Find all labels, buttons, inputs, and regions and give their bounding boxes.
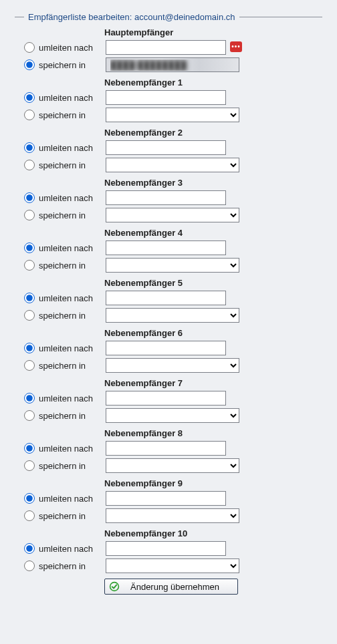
secondary-store-label: speichern in	[39, 561, 106, 571]
secondary-recipient-title: Nebenempfänger 4	[15, 228, 322, 238]
secondary-redirect-radio[interactable]	[24, 293, 35, 303]
secondary-redirect-input[interactable]	[106, 341, 226, 355]
secondary-redirect-label: umleiten nach	[39, 544, 106, 554]
secondary-recipient-title: Nebenempfänger 10	[15, 528, 322, 538]
legend-dash-right	[239, 17, 323, 17]
secondary-store-select[interactable]	[106, 408, 239, 423]
secondary-store-radio[interactable]	[24, 460, 35, 471]
main-recipient-group: Hauptempfänger umleiten nach ••• speiche…	[15, 27, 322, 72]
main-redirect-radio[interactable]	[24, 42, 35, 53]
secondary-redirect-label: umleiten nach	[39, 293, 106, 303]
secondary-store-select[interactable]	[106, 558, 239, 573]
legend-text: Empfängerliste bearbeiten: account@deine…	[28, 12, 235, 22]
secondary-store-select[interactable]	[106, 308, 239, 323]
submit-button-label: Änderung übernehmen	[130, 582, 219, 592]
secondary-store-label: speichern in	[39, 110, 106, 120]
secondary-recipient-title: Nebenempfänger 3	[15, 178, 322, 188]
secondary-recipient-title: Nebenempfänger 6	[15, 328, 322, 338]
secondary-store-radio[interactable]	[24, 310, 35, 321]
secondary-store-select[interactable]	[106, 458, 239, 473]
secondary-redirect-radio[interactable]	[24, 343, 35, 353]
secondary-redirect-row: umleiten nach	[15, 441, 322, 456]
secondary-recipient-title: Nebenempfänger 9	[15, 478, 322, 488]
secondary-recipient-group: Nebenempfänger 6umleiten nachspeichern i…	[15, 328, 322, 373]
secondary-store-label: speichern in	[39, 361, 106, 371]
secondary-redirect-input[interactable]	[106, 491, 226, 506]
secondary-store-radio[interactable]	[24, 260, 35, 271]
secondary-store-radio[interactable]	[24, 210, 35, 220]
secondary-redirect-input[interactable]	[106, 541, 226, 556]
secondary-redirect-row: umleiten nach	[15, 491, 322, 506]
secondary-store-label: speichern in	[39, 411, 106, 421]
secondary-store-radio[interactable]	[24, 160, 35, 170]
secondary-redirect-input[interactable]	[106, 291, 226, 305]
secondary-redirect-row: umleiten nach	[15, 140, 322, 155]
secondary-redirect-row: umleiten nach	[15, 90, 322, 105]
secondary-store-label: speichern in	[39, 461, 106, 471]
secondary-redirect-row: umleiten nach	[15, 240, 322, 255]
secondary-redirect-input[interactable]	[106, 190, 226, 205]
main-store-row: speichern in ████/████████	[15, 57, 322, 72]
secondary-redirect-label: umleiten nach	[39, 393, 106, 404]
secondary-recipient-group: Nebenempfänger 10umleiten nachspeichern …	[15, 528, 322, 573]
secondary-redirect-radio[interactable]	[24, 142, 35, 153]
secondary-recipient-title: Nebenempfänger 5	[15, 278, 322, 288]
submit-button[interactable]: Änderung übernehmen	[104, 579, 238, 595]
fieldset-legend: Empfängerliste bearbeiten: account@deine…	[15, 12, 322, 22]
secondary-redirect-input[interactable]	[106, 240, 226, 255]
secondary-recipient-group: Nebenempfänger 9umleiten nachspeichern i…	[15, 478, 322, 523]
check-circle-icon	[109, 581, 120, 592]
secondary-redirect-radio[interactable]	[24, 443, 35, 454]
secondary-redirect-label: umleiten nach	[39, 93, 106, 103]
secondary-recipient-group: Nebenempfänger 2umleiten nachspeichern i…	[15, 128, 322, 172]
secondary-store-select[interactable]	[106, 258, 239, 273]
secondary-redirect-row: umleiten nach	[15, 541, 322, 556]
secondary-store-radio[interactable]	[24, 410, 35, 421]
secondary-store-select[interactable]	[106, 358, 239, 373]
main-store-select[interactable]: ████/████████	[106, 57, 239, 72]
secondary-store-select[interactable]	[106, 108, 239, 122]
secondary-redirect-radio[interactable]	[24, 493, 35, 504]
secondary-recipient-group: Nebenempfänger 1umleiten nachspeichern i…	[15, 77, 322, 122]
secondary-redirect-radio[interactable]	[24, 243, 35, 253]
main-recipient-title: Hauptempfänger	[15, 27, 322, 37]
secondary-recipient-group: Nebenempfänger 4umleiten nachspeichern i…	[15, 228, 322, 273]
secondary-redirect-input[interactable]	[106, 441, 226, 456]
secondary-store-select[interactable]	[106, 508, 239, 523]
secondary-recipient-group: Nebenempfänger 3umleiten nachspeichern i…	[15, 178, 322, 222]
secondary-store-row: speichern in	[15, 258, 322, 273]
secondary-store-radio[interactable]	[24, 360, 35, 371]
secondary-redirect-row: umleiten nach	[15, 341, 322, 355]
secondary-redirect-radio[interactable]	[24, 92, 35, 103]
secondary-store-radio[interactable]	[24, 510, 35, 521]
secondary-redirect-input[interactable]	[106, 391, 226, 406]
secondary-store-label: speichern in	[39, 511, 106, 521]
secondary-store-select[interactable]	[106, 158, 239, 172]
secondary-redirect-label: umleiten nach	[39, 494, 106, 504]
secondary-redirect-radio[interactable]	[24, 543, 35, 554]
secondary-recipient-title: Nebenempfänger 7	[15, 378, 322, 388]
main-redirect-input[interactable]	[106, 40, 226, 55]
secondary-store-row: speichern in	[15, 208, 322, 222]
secondary-redirect-radio[interactable]	[24, 393, 35, 404]
secondary-store-row: speichern in	[15, 158, 322, 172]
main-store-radio[interactable]	[24, 59, 35, 70]
secondary-recipient-group: Nebenempfänger 8umleiten nachspeichern i…	[15, 428, 322, 473]
secondary-store-row: speichern in	[15, 558, 322, 573]
secondary-recipient-title: Nebenempfänger 2	[15, 128, 322, 138]
secondary-store-radio[interactable]	[24, 110, 35, 120]
secondary-redirect-input[interactable]	[106, 140, 226, 155]
secondary-store-radio[interactable]	[24, 560, 35, 571]
secondary-redirect-label: umleiten nach	[39, 343, 106, 353]
secondary-redirect-input[interactable]	[106, 90, 226, 105]
secondary-store-row: speichern in	[15, 108, 322, 122]
secondary-redirect-radio[interactable]	[24, 192, 35, 203]
secondary-recipient-group: Nebenempfänger 7umleiten nachspeichern i…	[15, 378, 322, 423]
secondary-store-label: speichern in	[39, 160, 106, 170]
secondary-store-select[interactable]	[106, 208, 239, 222]
secondary-redirect-row: umleiten nach	[15, 391, 322, 406]
secondary-store-row: speichern in	[15, 408, 322, 423]
recipient-list-fieldset: Empfängerliste bearbeiten: account@deine…	[7, 5, 330, 603]
main-redirect-label: umleiten nach	[39, 43, 106, 53]
main-redirect-row: umleiten nach •••	[15, 40, 322, 55]
